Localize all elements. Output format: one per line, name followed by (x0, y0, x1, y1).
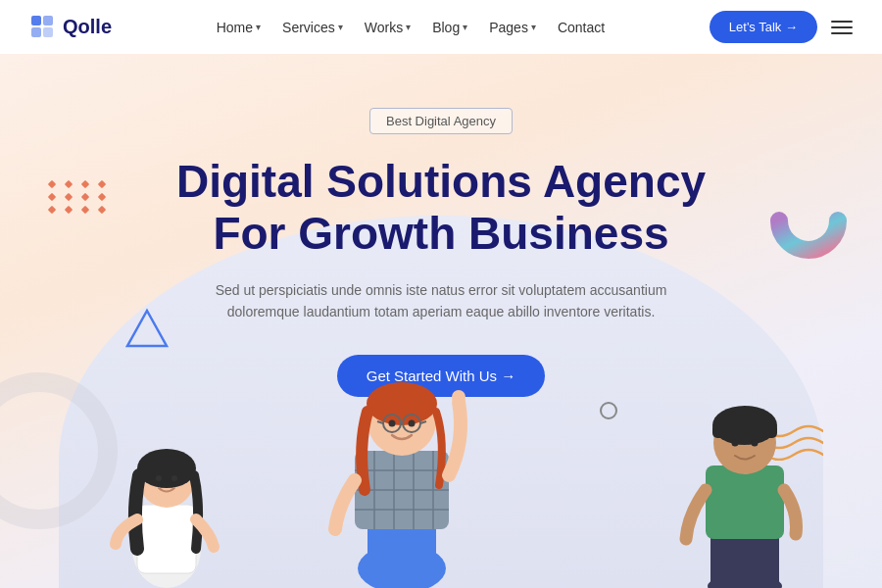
hamburger-line (831, 26, 853, 28)
svg-point-28 (389, 420, 396, 427)
svg-rect-33 (706, 466, 784, 539)
chevron-down-icon: ▾ (531, 22, 536, 32)
logo-icon (29, 14, 57, 41)
nav-right: Let's Talk → (710, 11, 853, 43)
nav-links: Home ▾ Services ▾ Works ▾ Blog ▾ Pages (209, 16, 612, 39)
person-left-figure (98, 353, 235, 588)
svg-rect-36 (712, 423, 777, 438)
svg-point-30 (452, 390, 466, 404)
chevron-down-icon: ▾ (338, 22, 343, 32)
hero-illustration (59, 333, 823, 588)
svg-rect-3 (43, 27, 53, 37)
nav-item-home[interactable]: Home ▾ (209, 16, 269, 39)
hero-title: Digital Solutions Agency For Growth Busi… (137, 156, 745, 260)
chevron-down-icon: ▾ (256, 22, 261, 32)
hamburger-line (831, 21, 853, 23)
nav-link-blog[interactable]: Blog ▾ (424, 16, 475, 39)
nav-link-works[interactable]: Works ▾ (357, 16, 418, 39)
nav-link-contact[interactable]: Contact (550, 16, 612, 39)
svg-rect-6 (137, 505, 196, 573)
svg-point-22 (367, 382, 437, 425)
lets-talk-button[interactable]: Let's Talk → (710, 11, 817, 43)
hero-subtitle: Sed ut perspiciatis unde omnis iste natu… (206, 279, 676, 323)
hero-badge: Best Digital Agency (369, 108, 513, 134)
svg-rect-0 (31, 16, 41, 25)
nav-link-pages[interactable]: Pages ▾ (481, 16, 544, 39)
logo-text: Qolle (63, 16, 112, 38)
hero-section: Best Digital Agency Digital Solutions Ag… (0, 54, 882, 588)
svg-rect-1 (43, 16, 53, 25)
svg-point-38 (752, 440, 759, 447)
chevron-down-icon: ▾ (406, 22, 411, 32)
logo[interactable]: Qolle (29, 14, 112, 41)
person-right-figure (676, 353, 813, 588)
nav-link-home[interactable]: Home ▾ (209, 16, 269, 39)
nav-item-works[interactable]: Works ▾ (357, 16, 418, 39)
svg-point-8 (137, 449, 196, 488)
nav-item-pages[interactable]: Pages ▾ (481, 16, 544, 39)
nav-item-blog[interactable]: Blog ▾ (424, 16, 475, 39)
svg-point-10 (172, 475, 177, 481)
hamburger-line (831, 32, 853, 34)
svg-point-29 (409, 420, 416, 427)
svg-rect-2 (31, 27, 41, 37)
nav-link-services[interactable]: Services ▾ (274, 16, 351, 39)
svg-point-9 (156, 475, 162, 481)
nav-item-contact[interactable]: Contact (550, 16, 612, 39)
hamburger-icon[interactable] (831, 21, 853, 34)
chevron-down-icon: ▾ (463, 22, 467, 32)
navbar: Qolle Home ▾ Services ▾ Works ▾ Blog ▾ (0, 0, 882, 54)
person-center-figure (314, 333, 490, 588)
nav-item-services[interactable]: Services ▾ (274, 16, 351, 39)
svg-point-37 (732, 440, 739, 447)
